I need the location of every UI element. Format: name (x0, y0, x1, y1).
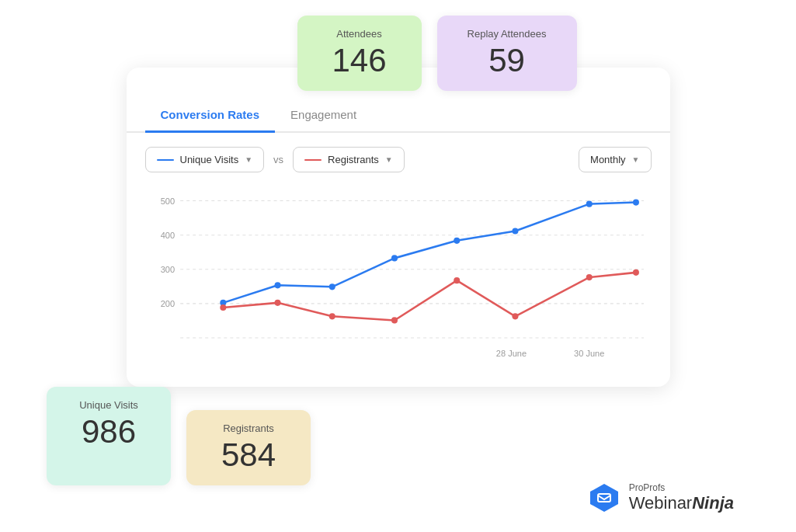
attendees-label: Attendees (319, 28, 400, 40)
unique-visits-value: 986 (68, 414, 149, 450)
brand-text: ProProfs WebinarNinja (629, 483, 734, 512)
brand-product-name: Webinar (629, 493, 693, 513)
registrants-value: 584 (208, 437, 289, 473)
period-chevron-icon: ▼ (632, 155, 640, 164)
blue-dot (328, 283, 335, 290)
blue-dot (454, 238, 460, 244)
red-dot (632, 269, 638, 276)
red-dot (454, 277, 460, 283)
metric1-chevron-icon: ▼ (245, 155, 252, 164)
tab-engagement[interactable]: Engagement (275, 99, 372, 133)
brand-product-italic: Ninja (692, 493, 734, 513)
svg-text:300: 300 (160, 265, 174, 274)
chart-area: 500 400 300 200 28 June 30 June (127, 185, 670, 387)
svg-marker-11 (590, 484, 618, 512)
blue-dot (391, 255, 397, 261)
bottom-cards: Unique Visits 986 Registrants 584 (47, 387, 311, 485)
metric2-label: Registrants (328, 154, 379, 165)
attendees-card: Attendees 146 (297, 16, 422, 91)
svg-text:500: 500 (160, 196, 174, 206)
metric2-dropdown[interactable]: Registrants ▼ (293, 147, 405, 172)
svg-text:400: 400 (160, 231, 174, 240)
red-dot (220, 304, 226, 311)
metric1-line-indicator (157, 159, 174, 161)
line-chart: 500 400 300 200 28 June 30 June (145, 185, 652, 368)
brand-logo-icon (587, 481, 621, 515)
vs-label: vs (273, 154, 283, 165)
period-label: Monthly (590, 154, 626, 165)
branding: ProProfs WebinarNinja (587, 481, 734, 515)
red-dot (274, 300, 280, 306)
replay-attendees-card: Replay Attendees 59 (437, 16, 577, 91)
period-dropdown[interactable]: Monthly ▼ (579, 147, 651, 172)
replay-attendees-label: Replay Attendees (459, 28, 555, 40)
metric2-line-indicator (304, 159, 322, 161)
metric1-dropdown[interactable]: Unique Visits ▼ (145, 147, 265, 172)
red-dot (328, 313, 335, 319)
replay-attendees-value: 59 (459, 43, 555, 78)
red-dot (512, 313, 518, 319)
unique-visits-label: Unique Visits (68, 399, 149, 411)
blue-dot (274, 282, 280, 288)
red-line (223, 273, 636, 321)
brand-product: WebinarNinja (629, 494, 734, 513)
registrants-label: Registrants (208, 422, 289, 434)
svg-text:30 June: 30 June (574, 349, 604, 358)
dashboard-panel: Conversion Rates Engagement Unique Visit… (127, 68, 670, 387)
controls-row: Unique Visits ▼ vs Registrants ▼ Monthly… (127, 147, 670, 185)
blue-dot (512, 228, 518, 235)
main-container: Attendees 146 Replay Attendees 59 Conver… (0, 0, 796, 532)
red-dot (586, 274, 592, 280)
registrants-card: Registrants 584 (186, 410, 311, 485)
tab-conversion-rates[interactable]: Conversion Rates (145, 99, 276, 133)
svg-text:28 June: 28 June (495, 349, 526, 358)
attendees-value: 146 (319, 43, 400, 78)
red-dot (391, 318, 397, 324)
unique-visits-card: Unique Visits 986 (47, 387, 171, 485)
metric2-chevron-icon: ▼ (385, 155, 393, 164)
top-cards: Attendees 146 Replay Attendees 59 (297, 16, 577, 91)
blue-line (223, 203, 636, 303)
metric1-label: Unique Visits (180, 154, 239, 165)
blue-dot (632, 200, 638, 206)
svg-text:200: 200 (160, 299, 174, 308)
tabs-bar: Conversion Rates Engagement (127, 99, 670, 133)
blue-dot (586, 201, 592, 207)
